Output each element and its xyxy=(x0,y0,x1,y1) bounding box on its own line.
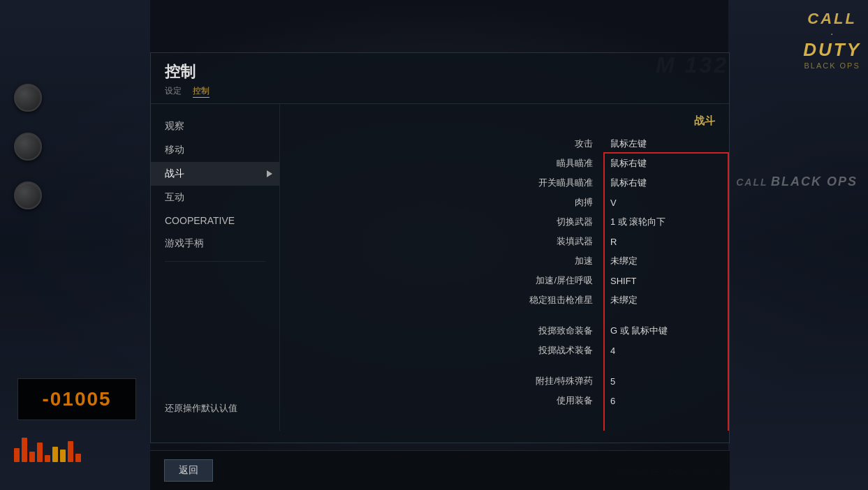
keybind-value-reload[interactable]: R xyxy=(603,237,729,247)
nav-reset[interactable]: 还原操作默认认值 xyxy=(151,396,279,420)
keybind-row-attack: 攻击 鼠标左键 xyxy=(280,134,729,154)
nav-item-gamepad[interactable]: 游戏手柄 xyxy=(151,232,279,255)
cod-separator: · xyxy=(831,31,834,38)
keybind-row-holdbreath: 加速/屏住呼吸 SHIFT xyxy=(280,271,729,290)
keybind-value-tactical[interactable]: 4 xyxy=(603,346,729,356)
keybind-action-reload: 装填武器 xyxy=(280,235,603,248)
cod-call: CALL xyxy=(803,10,861,27)
vu-bar-9 xyxy=(75,454,81,462)
keybind-action-switch-weapon: 切换武器 xyxy=(280,216,603,228)
keybind-row-tactical: 投掷战术装备 4 xyxy=(280,341,729,360)
nav-item-interact[interactable]: 互动 xyxy=(151,186,279,209)
keybind-value-switch-weapon[interactable]: 1 或 滚轮向下 xyxy=(603,216,729,228)
keybind-row-lethal: 投掷致命装备 G 或 鼠标中键 xyxy=(280,321,729,341)
keybind-value-toggle-ads[interactable]: 鼠标右键 xyxy=(603,177,729,189)
section-header: 战斗 xyxy=(280,111,729,131)
content-panel: 战斗 攻击 鼠标左键 瞄具瞄准 鼠标右键 开关瞄具瞄准 鼠标右键 xyxy=(280,104,729,431)
keybind-action-toggle-ads: 开关瞄具瞄准 xyxy=(280,177,603,189)
keybind-value-melee[interactable]: V xyxy=(603,198,729,208)
breadcrumb-controls[interactable]: 控制 xyxy=(193,85,209,98)
keybind-row-steady: 稳定狙击枪准星 未绑定 xyxy=(280,290,729,310)
keybind-row-melee: 肉搏 V xyxy=(280,193,729,212)
keybind-row-sprint: 加速 未绑定 xyxy=(280,251,729,271)
cod-blackops: BLACK OPS xyxy=(803,61,861,70)
cod-logo-2: CALL BLACK OPS xyxy=(736,175,858,189)
keybind-row-toggle-ads: 开关瞄具瞄准 鼠标右键 xyxy=(280,173,729,193)
nav-divider xyxy=(165,261,265,262)
keybind-row-reload: 装填武器 R xyxy=(280,232,729,251)
vu-bar-4 xyxy=(37,443,43,462)
keybind-value-ads[interactable]: 鼠标右键 xyxy=(603,157,729,170)
back-button[interactable]: 返回 xyxy=(164,459,213,482)
knob-1 xyxy=(14,84,42,112)
knob-3 xyxy=(14,181,42,209)
keybind-value-sprint[interactable]: 未绑定 xyxy=(603,255,729,267)
screen-panel: -01005 xyxy=(17,378,136,420)
keybind-action-melee: 肉搏 xyxy=(280,196,603,209)
keybind-spacer-1 xyxy=(280,310,729,321)
keybind-value-attack[interactable]: 鼠标左键 xyxy=(603,138,729,150)
cod-call-2: CALL xyxy=(736,177,767,188)
vu-bar-3 xyxy=(29,452,35,462)
keybind-row-attachment: 附挂/特殊弹药 5 xyxy=(280,371,729,391)
knobs-decoration xyxy=(14,84,42,209)
screen-number: -01005 xyxy=(42,388,111,410)
keybind-action-attachment: 附挂/特殊弹药 xyxy=(280,375,603,387)
nav-item-combat[interactable]: 战斗 xyxy=(151,162,279,186)
dialog-title: 控制 xyxy=(165,61,715,82)
vu-bar-7 xyxy=(60,450,66,462)
keybind-action-sprint: 加速 xyxy=(280,255,603,267)
cod-logo: CALL · DUTY BLACK OPS xyxy=(803,10,861,70)
keybind-row-ads: 瞄具瞄准 鼠标右键 xyxy=(280,154,729,173)
keybind-action-attack: 攻击 xyxy=(280,138,603,150)
keybind-row-switch-weapon: 切换武器 1 或 滚轮向下 xyxy=(280,212,729,232)
nav-item-observe[interactable]: 观察 xyxy=(151,114,279,138)
keybind-action-ads: 瞄具瞄准 xyxy=(280,157,603,170)
keybind-action-steady: 稳定狙击枪准星 xyxy=(280,294,603,306)
keybind-value-attachment[interactable]: 5 xyxy=(603,376,729,387)
knob-2 xyxy=(14,133,42,161)
keybind-action-lethal: 投掷致命装备 xyxy=(280,325,603,337)
keybind-rows: 攻击 鼠标左键 瞄具瞄准 鼠标右键 开关瞄具瞄准 鼠标右键 肉搏 V xyxy=(280,134,729,410)
keybind-value-steady[interactable]: 未绑定 xyxy=(603,294,729,306)
left-panel: -01005 xyxy=(0,0,150,490)
cod-duty: DUTY xyxy=(803,40,861,60)
keybind-spacer-2 xyxy=(280,360,729,371)
vu-bar-6 xyxy=(52,447,58,462)
keybind-row-use-equipment: 使用装备 6 xyxy=(280,391,729,410)
dialog-body: 观察 移动 战斗 互动 COOPERATIVE 游戏手柄 还原操作默认认值 战斗… xyxy=(151,104,729,431)
vu-bar-2 xyxy=(22,438,27,462)
keybind-action-holdbreath: 加速/屏住呼吸 xyxy=(280,274,603,287)
breadcrumb: 设定 控制 xyxy=(165,85,715,98)
cod-ops-2: BLACK OPS xyxy=(771,175,858,188)
keybind-value-lethal[interactable]: G 或 鼠标中键 xyxy=(603,325,729,337)
vu-meter xyxy=(14,438,81,462)
breadcrumb-settings[interactable]: 设定 xyxy=(165,85,182,98)
keybind-value-holdbreath[interactable]: SHIFT xyxy=(603,276,729,286)
dialog-header: 控制 设定 控制 xyxy=(151,53,729,104)
vu-bar-8 xyxy=(68,441,73,462)
bottom-bar: 返回 xyxy=(150,450,730,490)
keybind-action-tactical: 投掷战术装备 xyxy=(280,344,603,357)
keybind-action-use-equipment: 使用装备 xyxy=(280,394,603,407)
nav-panel: 观察 移动 战斗 互动 COOPERATIVE 游戏手柄 还原操作默认认值 xyxy=(151,104,280,431)
main-dialog: 控制 设定 控制 观察 移动 战斗 互动 COOPERATIVE 游戏手柄 还原… xyxy=(150,52,730,443)
vu-bar-5 xyxy=(45,455,50,462)
right-panel xyxy=(728,0,868,490)
nav-item-cooperative[interactable]: COOPERATIVE xyxy=(151,209,279,232)
nav-item-move[interactable]: 移动 xyxy=(151,138,279,162)
vu-bar-1 xyxy=(14,448,20,462)
keybind-value-use-equipment[interactable]: 6 xyxy=(603,396,729,406)
